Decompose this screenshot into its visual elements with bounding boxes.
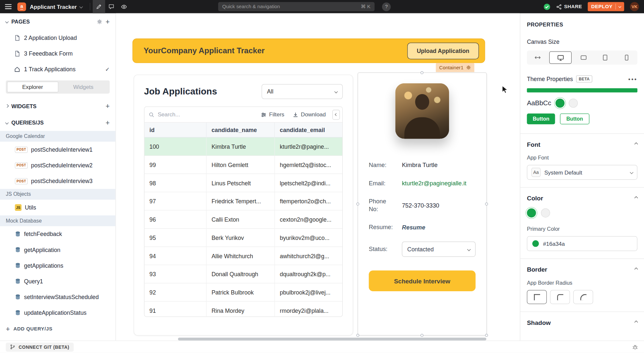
status-value: Contacted — [407, 246, 434, 252]
download-button[interactable]: Download — [293, 111, 326, 118]
chevron-right-icon — [5, 105, 8, 108]
table-row[interactable]: 100Kimbra Turtlekturtle2r@pagine... — [144, 138, 342, 156]
add-page-button[interactable]: + — [105, 18, 110, 25]
edit-mode-button[interactable] — [93, 0, 105, 13]
deploy-button[interactable]: DEPLOY — [588, 2, 624, 11]
app-header-banner[interactable]: YourCompany Applicant Tracker Upload App… — [133, 39, 485, 63]
table-body: 100Kimbra Turtlekturtle2r@pagine...99Hil… — [144, 138, 342, 317]
job-applications-card[interactable]: Job Applications All Search... — [134, 75, 353, 335]
canvas-size-desktop[interactable] — [549, 51, 572, 64]
query-label: getApplications — [24, 262, 63, 269]
column-header[interactable]: candidate_email — [275, 123, 343, 138]
query-item[interactable]: JSUtils — [0, 200, 116, 215]
theme-secondary-swatch[interactable] — [569, 99, 578, 108]
collapse-panel-button[interactable] — [332, 109, 340, 119]
comments-mode-button[interactable] — [105, 0, 118, 13]
table-row[interactable]: 97Friedrick Tempert...ftemperton2o@ch... — [144, 192, 342, 210]
query-item[interactable]: getApplication — [0, 242, 116, 258]
table-row[interactable]: 99Hilton Gemletthgemlett2q@istoc... — [144, 156, 342, 174]
table-row[interactable]: 93Donall Qualtroughdqualtrough2k@p... — [144, 265, 342, 283]
table-row[interactable]: 92Patrick Bulbrookpbulbrook2j@livej... — [144, 283, 342, 302]
resize-handle[interactable] — [421, 71, 424, 74]
container1-widget[interactable]: Name:Kimbra TurtleEmail:kturtle2r@pagine… — [358, 73, 487, 336]
add-query-button[interactable]: + — [105, 119, 110, 126]
add-query-js-button[interactable]: + ADD QUERY/JS — [0, 321, 116, 337]
user-avatar[interactable]: VK — [630, 2, 639, 11]
more-options-icon[interactable]: ●●● — [628, 77, 637, 81]
add-widget-button[interactable]: + — [105, 103, 110, 110]
email-link[interactable]: kturtle2r@paginegialle.it — [402, 180, 466, 186]
resize-handle[interactable] — [485, 334, 488, 337]
resize-handle[interactable] — [485, 202, 488, 205]
chevron-down-icon[interactable] — [79, 5, 83, 8]
quick-search-input[interactable]: Quick search & navigation ⌘ K — [218, 2, 375, 11]
table-row[interactable]: 98Linus Petscheltlpetschelt2p@indi... — [144, 174, 342, 192]
table-row[interactable]: 95Berk Yurikovbyurikov2m@uco... — [144, 229, 342, 247]
border-radius-large[interactable] — [573, 290, 593, 304]
widgets-section-header[interactable]: WIDGETS + — [0, 98, 116, 114]
canvas-size-tablet[interactable] — [594, 51, 616, 65]
column-header[interactable]: candidate_name — [206, 123, 275, 138]
query-item[interactable]: fetchFeedback — [0, 226, 116, 242]
hamburger-menu-icon[interactable] — [5, 4, 11, 9]
sidebar-page-item[interactable]: 3 Feeedback Form — [0, 45, 116, 61]
font-section-label: Font — [527, 141, 540, 148]
pages-settings-icon[interactable] — [97, 19, 102, 24]
primary-color-input[interactable]: #16a34a — [527, 236, 637, 251]
selected-widget-tag[interactable]: Container1 — [436, 63, 475, 72]
font-section-header[interactable]: Font — [527, 134, 637, 154]
background-color-swatch[interactable] — [541, 209, 550, 218]
preview-mode-button[interactable] — [118, 0, 130, 13]
primary-color-swatch[interactable] — [527, 209, 536, 218]
status-filter-select[interactable]: All — [262, 84, 343, 99]
query-item[interactable]: POSTpostScheduleInterview3 — [0, 173, 116, 189]
gear-icon[interactable] — [466, 65, 471, 70]
tab-widgets[interactable]: Widgets — [58, 82, 108, 92]
bug-report-icon[interactable] — [632, 344, 638, 350]
pages-header[interactable]: PAGES + — [0, 13, 116, 30]
query-item[interactable]: getApplications — [0, 258, 116, 273]
theme-secondary-button-preview[interactable]: Button — [560, 113, 589, 124]
table-row[interactable]: 94Allie Whitchurchawhitchurch2l@g... — [144, 247, 342, 265]
query-item[interactable]: POSTpostScheduleInterview1 — [0, 142, 116, 157]
table-row[interactable]: 96Calli Extoncexton2n@google... — [144, 210, 342, 229]
upload-application-button[interactable]: Upload Application — [407, 42, 479, 59]
resume-link[interactable]: Resume — [402, 224, 426, 230]
sidebar-page-item[interactable]: 1 Track Applications✓ — [0, 61, 116, 77]
query-item[interactable]: setInterviewStatusScheduled — [0, 289, 116, 305]
theme-primary-swatch[interactable] — [555, 99, 564, 108]
border-radius-none[interactable] — [527, 290, 547, 304]
filters-button[interactable]: Filters — [261, 111, 284, 118]
connect-git-button[interactable]: CONNECT GIT (BETA) — [6, 343, 73, 352]
resize-handle[interactable] — [421, 334, 424, 337]
canvas-size-mobile[interactable] — [616, 51, 637, 65]
field-label: Email: — [369, 179, 395, 187]
border-radius-medium[interactable] — [550, 290, 570, 304]
canvas-size-tablet-landscape[interactable] — [572, 51, 594, 65]
tab-explorer[interactable]: Explorer — [7, 82, 58, 92]
query-item[interactable]: Query1 — [0, 273, 116, 289]
divider — [90, 3, 90, 10]
color-section-header[interactable]: Color — [527, 188, 637, 208]
help-button[interactable]: ? — [382, 2, 391, 11]
queries-section-header[interactable]: QUERIES/JS + — [0, 114, 116, 131]
resize-handle[interactable] — [356, 202, 359, 205]
horizontal-scrollbar[interactable] — [178, 338, 486, 341]
status-select[interactable]: Contacted — [402, 242, 476, 257]
app-title[interactable]: Applicant Tracker — [30, 4, 77, 10]
query-item[interactable]: updateApplicationStatus — [0, 305, 116, 321]
border-section-header[interactable]: Border — [527, 259, 637, 279]
table-row[interactable]: 91Rina Mordeyrmordey2i@plala... — [144, 302, 342, 317]
canvas-size-fluid[interactable] — [527, 51, 548, 65]
resize-handle[interactable] — [356, 334, 359, 337]
share-button[interactable]: SHARE — [556, 4, 582, 9]
query-item[interactable]: POSTpostScheduleInterview2 — [0, 158, 116, 173]
table-search-input[interactable]: Search... — [149, 111, 252, 118]
shadow-section-header[interactable]: Shadow — [527, 312, 637, 332]
schedule-interview-button[interactable]: Schedule Interview — [369, 271, 475, 291]
app-font-select[interactable]: Aa System Default — [527, 165, 637, 180]
column-header[interactable]: id — [144, 123, 206, 138]
theme-sample-text: AaBbCc — [527, 99, 551, 107]
sidebar-page-item[interactable]: 2 Application Upload — [0, 30, 116, 45]
theme-primary-button-preview[interactable]: Button — [527, 113, 555, 124]
